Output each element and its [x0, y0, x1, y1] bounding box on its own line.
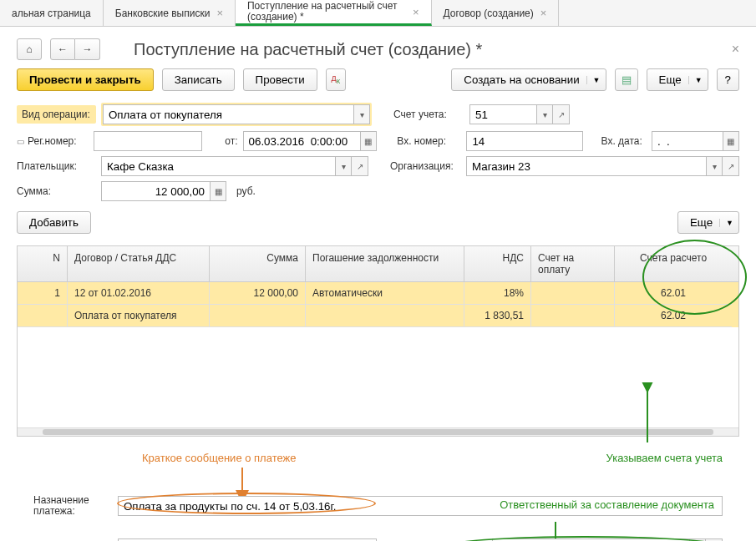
button-label: Еще — [659, 73, 682, 86]
close-icon[interactable]: × — [540, 7, 547, 19]
reg-number-input[interactable] — [94, 131, 202, 151]
col-invoice[interactable]: Счет на оплату — [531, 246, 615, 281]
col-repayment[interactable]: Погашение задолженности — [306, 246, 464, 281]
reg-number-label: ▭Рег.номер: — [17, 135, 89, 147]
open-icon[interactable]: ↗ — [723, 156, 739, 176]
tab-contract-create[interactable]: Договор (создание) × — [432, 0, 560, 26]
cell-contract: Оплата от покупателя — [68, 305, 210, 327]
table-more-button[interactable]: Еще ▼ — [677, 211, 739, 234]
tab-receipt-create[interactable]: Поступление на расчетный счет (создание)… — [236, 0, 432, 26]
table-row[interactable]: 1 12 от 01.02.2016 12 000,00 Автоматичес… — [18, 282, 738, 305]
purpose-label: Назначение платежа: — [33, 495, 113, 517]
payer-input[interactable] — [101, 156, 335, 176]
open-icon[interactable]: ↗ — [553, 104, 570, 124]
page-header: ⌂ ← → Поступление на расчетный счет (соз… — [0, 27, 756, 68]
payer-label: Плательщик: — [17, 160, 96, 172]
col-accounts[interactable]: Счета расчето — [615, 246, 732, 281]
tab-label: Поступление на расчетный счет (создание)… — [247, 1, 406, 23]
tab-label: Банковские выписки — [115, 8, 211, 19]
col-n[interactable]: N — [18, 246, 68, 281]
close-icon[interactable]: × — [216, 7, 223, 19]
save-button[interactable]: Записать — [162, 68, 235, 91]
home-button[interactable]: ⌂ — [17, 38, 42, 60]
cell-repayment — [306, 305, 464, 327]
payment-table: N Договор / Статья ДДС Сумма Погашение з… — [17, 245, 739, 437]
form-area: Вид операции: ▾ Счет учета: ▾ ↗ ▭Рег.ном… — [0, 103, 756, 541]
close-page-button[interactable]: × — [732, 42, 739, 57]
dk-button[interactable]: ДК — [326, 68, 346, 91]
post-and-close-button[interactable]: Провести и закрыть — [17, 68, 154, 91]
cell-n — [18, 305, 68, 327]
document-icon: ▤ — [622, 73, 632, 86]
organization-input[interactable] — [466, 156, 706, 176]
tab-main-page[interactable]: альная страница — [0, 0, 104, 26]
table-header: N Договор / Статья ДДС Сумма Погашение з… — [18, 246, 738, 282]
cell-invoice — [531, 282, 615, 305]
operation-type-label: Вид операции: — [17, 105, 96, 124]
col-sum[interactable]: Сумма — [210, 246, 306, 281]
date-input[interactable] — [243, 131, 360, 151]
post-button[interactable]: Провести — [243, 68, 317, 91]
purpose-input[interactable] — [118, 496, 723, 516]
cell-invoice — [531, 305, 615, 327]
close-icon[interactable]: × — [413, 6, 419, 18]
table-row[interactable]: Оплата от покупателя 1 830,51 62.02 — [18, 305, 738, 327]
document-icon: ▭ — [17, 137, 24, 146]
open-icon[interactable]: ↗ — [352, 156, 368, 176]
scroll-thumb[interactable] — [43, 429, 713, 435]
account-label: Счет учета: — [393, 109, 464, 120]
organization-label: Организация: — [390, 160, 461, 172]
cell-contract: 12 от 01.02.2016 — [68, 282, 210, 305]
tab-bank-statements[interactable]: Банковские выписки × — [104, 0, 236, 26]
cell-sum — [210, 305, 306, 327]
tab-label: альная страница — [12, 8, 91, 19]
col-vat[interactable]: НДС — [464, 246, 531, 281]
sum-input[interactable] — [101, 181, 210, 201]
operation-type-input[interactable] — [103, 104, 353, 124]
add-row-button[interactable]: Добавить — [17, 211, 91, 234]
create-based-on-button[interactable]: Создать на основании ▼ — [451, 68, 606, 91]
report-button[interactable]: ▤ — [615, 68, 638, 91]
from-label: от: — [207, 135, 237, 147]
tab-bar: альная страница Банковские выписки × Пос… — [0, 0, 756, 27]
annotation-orange-text: Краткое сообщение о платеже — [142, 452, 296, 464]
cell-repayment: Автоматически — [306, 282, 464, 305]
annotation-green-text: Указываем счета учета — [606, 452, 723, 464]
dropdown-icon[interactable]: ▾ — [353, 104, 370, 124]
col-contract[interactable]: Договор / Статья ДДС — [68, 246, 210, 281]
help-button[interactable]: ? — [717, 68, 739, 91]
cell-account: 62.01 — [615, 282, 732, 305]
tab-label: Договор (создание) — [444, 8, 534, 19]
account-input[interactable] — [469, 104, 536, 124]
dropdown-icon[interactable]: ▾ — [706, 156, 723, 176]
calendar-icon[interactable]: ▦ — [723, 131, 739, 151]
button-label: Создать на основании — [464, 73, 579, 86]
cell-vat: 1 830,51 — [464, 305, 531, 327]
ext-date-label: Вх. дата: — [601, 135, 647, 147]
more-button[interactable]: Еще ▼ — [647, 68, 708, 91]
chevron-down-icon: ▼ — [719, 219, 733, 227]
toolbar: Провести и закрыть Записать Провести ДК … — [0, 68, 756, 103]
calculator-icon[interactable]: ▦ — [210, 181, 226, 201]
ext-number-input[interactable] — [466, 131, 583, 151]
cell-account: 62.02 — [615, 305, 732, 327]
forward-button[interactable]: → — [75, 38, 100, 60]
dk-icon: ДК — [332, 75, 340, 85]
ext-number-label: Вх. номер: — [397, 135, 461, 147]
table-empty-space — [18, 327, 738, 427]
button-label: Еще — [690, 216, 713, 229]
chevron-down-icon: ▼ — [586, 76, 601, 84]
horizontal-scrollbar[interactable] — [18, 427, 738, 436]
ext-date-input[interactable] — [652, 131, 723, 151]
sum-label: Сумма: — [17, 185, 96, 197]
calendar-icon[interactable]: ▦ — [360, 131, 377, 151]
cell-n: 1 — [18, 282, 68, 305]
dropdown-icon[interactable]: ▾ — [536, 104, 553, 124]
cell-sum: 12 000,00 — [210, 282, 306, 305]
page-title: Поступление на расчетный счет (создание)… — [134, 40, 723, 59]
cell-vat: 18% — [464, 282, 531, 305]
back-button[interactable]: ← — [50, 38, 75, 60]
dropdown-icon[interactable]: ▾ — [335, 156, 352, 176]
currency-label: руб. — [236, 185, 256, 197]
chevron-down-icon: ▼ — [688, 76, 703, 84]
